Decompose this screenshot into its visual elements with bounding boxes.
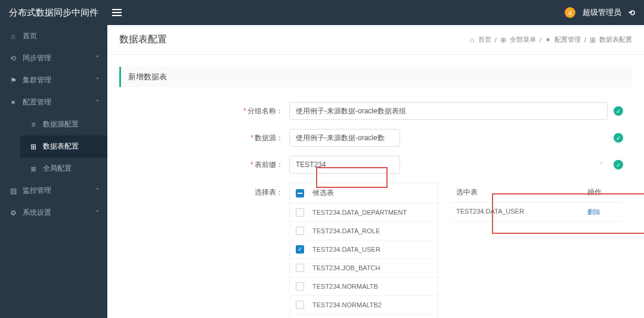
candidate-row-label: TEST234.DATA_ROLE xyxy=(312,227,380,234)
sidebar-item-label: 集群管理 xyxy=(23,75,51,85)
candidate-table: 候选表 TEST234.DATA_DEPARTMENTTEST234.DATA_… xyxy=(289,183,438,318)
sync-icon: ⟲ xyxy=(8,54,18,63)
row-checkbox[interactable] xyxy=(296,282,304,291)
global-icon: ≣ xyxy=(29,165,38,173)
chevron-down-icon: ˅ xyxy=(600,162,603,168)
main-content: 数据表配置 ⌂ 首页 / ⊕ 全部菜单 / ✶ 配置管理 / ⊞ 数据表配置 新… xyxy=(107,25,644,318)
group-name-input[interactable] xyxy=(289,102,608,120)
sidebar-item-label: 数据表配置 xyxy=(43,141,79,152)
table-icon: ⊞ xyxy=(29,143,38,151)
delete-link[interactable]: 删除 xyxy=(587,208,617,217)
datasource-select[interactable] xyxy=(289,129,608,147)
username-label: 超级管理员 xyxy=(583,7,621,18)
sidebar-item-label: 监控管理 xyxy=(23,186,51,196)
breadcrumb-item[interactable]: 首页 xyxy=(478,35,491,44)
valid-icon: ✓ xyxy=(614,106,623,116)
candidate-row[interactable]: TEST234.DATA_USER xyxy=(290,240,438,259)
logout-icon[interactable]: ⟲ xyxy=(628,8,635,17)
monitor-icon: ▤ xyxy=(8,187,18,195)
prefix-value[interactable] xyxy=(289,156,400,174)
select-all-checkbox[interactable] xyxy=(296,189,304,197)
breadcrumb-sep: / xyxy=(540,36,541,44)
row-checkbox[interactable] xyxy=(296,264,304,272)
candidate-row[interactable]: TEST234.DATA_DEPARTMENT xyxy=(290,203,438,222)
sidebar-item-config[interactable]: ✶ 配置管理 ˄ xyxy=(0,91,107,113)
prefix-select[interactable]: ˅ xyxy=(289,156,608,174)
selected-row-name: TEST234.DATA_USER xyxy=(456,208,587,217)
chevron-down-icon: ˅ xyxy=(96,55,99,61)
candidate-row-label: TEST234.DATA_DEPARTMENT xyxy=(312,209,407,216)
sidebar-item-label: 系统设置 xyxy=(23,208,51,218)
valid-icon: ✓ xyxy=(614,160,623,169)
chevron-down-icon: ˅ xyxy=(96,187,99,194)
row-checkbox[interactable] xyxy=(296,227,304,235)
chevron-down-icon: ˅ xyxy=(96,77,99,84)
candidate-row-label: TEST234.JOB_BATCH xyxy=(312,264,380,271)
breadcrumb-item[interactable]: 全部菜单 xyxy=(510,35,536,44)
selected-header-name: 选中表 xyxy=(456,187,587,197)
sidebar: ⌂ 首页 ⟲ 同步管理 ˅ ⚑ 集群管理 ˅ ✶ 配置管理 ˄ ≡ 数据源配置 … xyxy=(0,25,107,318)
row-checkbox[interactable] xyxy=(296,245,304,254)
breadcrumb-sep: / xyxy=(495,36,497,44)
sidebar-item-sync[interactable]: ⟲ 同步管理 ˅ xyxy=(0,47,107,69)
selected-row: TEST234.DATA_USER删除 xyxy=(450,203,623,222)
row-checkbox[interactable] xyxy=(296,301,304,309)
candidate-row[interactable]: TEST234.NORMALTB xyxy=(290,277,438,296)
group-name-label: 分组名称： xyxy=(247,107,283,115)
config-icon: ✶ xyxy=(8,98,18,107)
sidebar-item-system[interactable]: ⚙ 系统设置 ˅ xyxy=(0,202,107,224)
sidebar-item-global-config[interactable]: ≣ 全局配置 xyxy=(20,158,107,180)
section-title: 新增数据表 xyxy=(119,67,632,87)
system-icon: ⚙ xyxy=(8,209,18,217)
page-title: 数据表配置 xyxy=(119,33,167,46)
candidate-row[interactable]: TEST234.DATA_ROLE xyxy=(290,222,438,240)
avatar[interactable]: a xyxy=(565,7,575,18)
brand-title: 分布式数据同步中间件 xyxy=(9,7,107,18)
home-icon: ⌂ xyxy=(470,36,475,44)
home-icon: ⌂ xyxy=(8,32,18,41)
cluster-icon: ⚑ xyxy=(8,76,18,85)
sidebar-item-table-config[interactable]: ⊞ 数据表配置 xyxy=(20,135,107,158)
table-icon: ⊞ xyxy=(590,36,596,44)
sidebar-item-label: 配置管理 xyxy=(23,97,51,107)
breadcrumb-item[interactable]: 配置管理 xyxy=(555,35,581,44)
sidebar-item-label: 同步管理 xyxy=(23,53,51,63)
candidate-row[interactable]: TEST234.TESTTB xyxy=(290,314,438,318)
candidate-header: 候选表 xyxy=(312,188,334,198)
breadcrumb-sep: / xyxy=(584,36,586,44)
row-checkbox[interactable] xyxy=(296,208,304,217)
sidebar-item-label: 全局配置 xyxy=(43,163,72,174)
candidate-row[interactable]: TEST234.JOB_BATCH xyxy=(290,259,438,277)
sidebar-item-label: 数据源配置 xyxy=(43,119,79,129)
menu-toggle-button[interactable] xyxy=(112,9,122,16)
datasource-value[interactable] xyxy=(289,129,400,147)
breadcrumb: ⌂ 首页 / ⊕ 全部菜单 / ✶ 配置管理 / ⊞ 数据表配置 xyxy=(470,35,632,44)
sidebar-item-label: 首页 xyxy=(23,31,37,41)
config-icon: ✶ xyxy=(545,36,551,44)
chevron-down-icon: ˅ xyxy=(96,209,99,216)
datasource-label: 数据源： xyxy=(255,134,283,142)
prefix-label: 表前缀： xyxy=(255,160,283,169)
sidebar-item-home[interactable]: ⌂ 首页 xyxy=(0,25,107,47)
candidate-row-label: TEST234.DATA_USER xyxy=(312,246,380,253)
sidebar-item-datasource-config[interactable]: ≡ 数据源配置 xyxy=(20,113,107,135)
selected-header-action: 操作 xyxy=(587,187,617,197)
candidate-row-label: TEST234.NORMALTB2 xyxy=(312,301,382,308)
topbar: 分布式数据同步中间件 a 超级管理员 ⟲ xyxy=(0,0,644,25)
selected-table: 选中表 操作 TEST234.DATA_USER删除 xyxy=(450,183,623,318)
sidebar-item-monitor[interactable]: ▤ 监控管理 ˅ xyxy=(0,180,107,202)
chevron-up-icon: ˄ xyxy=(96,99,99,106)
select-table-label: 选择表： xyxy=(255,188,283,196)
breadcrumb-item[interactable]: 数据表配置 xyxy=(599,35,632,44)
sidebar-item-cluster[interactable]: ⚑ 集群管理 ˅ xyxy=(0,69,107,91)
candidate-row-label: TEST234.NORMALTB xyxy=(312,283,378,290)
candidate-row[interactable]: TEST234.NORMALTB2 xyxy=(290,296,438,314)
globe-icon: ⊕ xyxy=(500,36,506,44)
datasource-icon: ≡ xyxy=(29,121,38,129)
valid-icon: ✓ xyxy=(614,133,623,143)
